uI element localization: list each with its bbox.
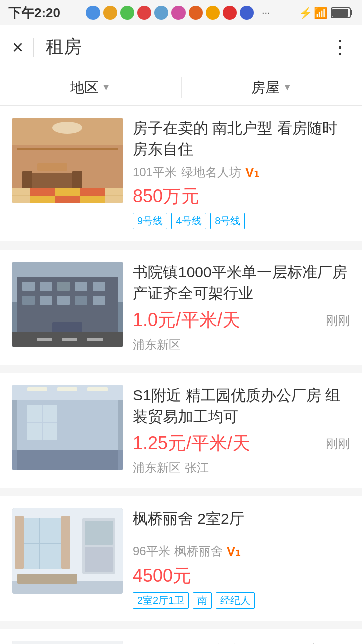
listing-price-row: 1.0元/平米/天 刚刚 (133, 308, 350, 333)
listing-location: 浦东新区 (133, 337, 350, 353)
svg-rect-50 (87, 338, 103, 341)
listing-tags: 9号线 4号线 8号线 (133, 213, 350, 229)
listing-card[interactable]: 枫桥丽舍 2室2厅 96平米 枫桥丽舍 V₁ 4500元 2室2厅1卫 南 经纪… (0, 496, 362, 629)
filter-region[interactable]: 地区 ▼ (0, 78, 181, 97)
filter-house-label: 房屋 (251, 78, 280, 97)
listing-price: 1.0元/平米/天 (133, 308, 240, 333)
listing-title: S1附近 精工园优质办公厂房 组装贸易加工均可 (133, 385, 350, 427)
svg-point-3 (137, 6, 151, 20)
svg-rect-48 (37, 338, 52, 341)
svg-rect-44 (75, 296, 87, 305)
svg-text:📶: 📶 (314, 6, 328, 20)
svg-point-18 (52, 122, 82, 134)
svg-rect-14 (350, 10, 352, 15)
listing-info: 书院镇1000平米单一层标准厂房产证齐全可架行业 1.0元/平米/天 刚刚 浦东… (133, 262, 350, 353)
listing-title: 人民广场 南京东路 天赐公寓 超值朝南 理想的选择 (133, 641, 350, 644)
filter-bar: 地区 ▼ 房屋 ▼ (0, 69, 362, 106)
close-button[interactable]: × (12, 38, 34, 57)
svg-rect-40 (93, 282, 105, 291)
status-bar: 下午2:20 ··· ⚡ 📶 (0, 0, 362, 25)
listing-price: 1.25元/平米/天 (133, 431, 250, 456)
svg-rect-37 (40, 282, 52, 291)
listing-image (12, 118, 123, 203)
svg-rect-28 (55, 188, 80, 196)
svg-rect-36 (22, 282, 35, 291)
svg-rect-43 (57, 296, 70, 305)
status-system-icons: ⚡ 📶 (299, 4, 354, 22)
listing-card[interactable]: 书院镇1000平米单一层标准厂房产证齐全可架行业 1.0元/平米/天 刚刚 浦东… (0, 250, 362, 373)
listing-title: 书院镇1000平米单一层标准厂房产证齐全可架行业 (133, 262, 350, 304)
svg-point-4 (154, 6, 168, 20)
status-app-icons: ··· (84, 4, 275, 22)
svg-rect-23 (37, 163, 67, 171)
svg-point-8 (223, 6, 237, 20)
svg-rect-30 (30, 196, 55, 203)
filter-region-arrow: ▼ (102, 82, 111, 93)
svg-rect-53 (27, 387, 47, 391)
v1-badge: V₁ (227, 544, 240, 559)
svg-rect-52 (12, 385, 123, 400)
svg-point-9 (240, 6, 254, 20)
svg-rect-19 (17, 148, 118, 150)
listing-info: 人民广场 南京东路 天赐公寓 超值朝南 理想的选择 75平米 天赐公寓 V₁ (133, 641, 350, 644)
listing-card[interactable]: 房子在卖的 南北户型 看房随时 房东自住 101平米 绿地名人坊 V₁ 850万… (0, 106, 362, 250)
listing-location: 浦东新区 张江 (133, 460, 350, 476)
tag-line4: 4号线 (171, 213, 206, 229)
listing-price-row: 1.25元/平米/天 刚刚 (133, 431, 350, 456)
svg-rect-68 (61, 516, 70, 569)
listing-image (12, 385, 123, 470)
svg-rect-42 (40, 296, 52, 305)
listing-price-row: 850万元 (133, 184, 350, 209)
svg-text:···: ··· (262, 7, 270, 18)
svg-point-6 (189, 6, 203, 20)
listing-price: 850万元 (133, 184, 199, 209)
svg-point-0 (86, 6, 100, 20)
tag-line9: 9号线 (133, 213, 167, 229)
filter-house-arrow: ▼ (283, 82, 292, 93)
page-title: 租房 (34, 35, 331, 59)
svg-point-2 (120, 6, 134, 20)
more-button[interactable]: ⋮ (331, 38, 350, 57)
listing-title: 房子在卖的 南北户型 看房随时 房东自住 (133, 118, 350, 160)
svg-rect-73 (17, 574, 77, 584)
svg-rect-32 (80, 196, 105, 203)
svg-point-5 (171, 6, 186, 20)
filter-house[interactable]: 房屋 ▼ (182, 78, 363, 97)
svg-rect-55 (87, 387, 108, 391)
svg-point-1 (103, 6, 117, 20)
svg-rect-15 (332, 9, 348, 17)
listing-time: 刚刚 (326, 312, 350, 329)
svg-rect-41 (22, 296, 35, 305)
svg-rect-54 (57, 387, 77, 391)
svg-rect-31 (55, 196, 80, 203)
tag-rooms: 2室2厅1卫 (133, 592, 189, 609)
svg-rect-62 (12, 450, 123, 470)
svg-text:⚡: ⚡ (299, 6, 313, 20)
tag-direction: 南 (193, 592, 212, 609)
svg-rect-74 (12, 641, 123, 644)
status-time: 下午2:20 (8, 4, 60, 22)
svg-rect-70 (85, 521, 113, 545)
listing-time: 刚刚 (326, 436, 350, 452)
svg-rect-27 (30, 188, 55, 196)
tag-agent: 经纪人 (216, 592, 255, 609)
listing-image (12, 508, 123, 594)
filter-region-label: 地区 (70, 78, 99, 97)
svg-point-7 (206, 6, 220, 20)
svg-rect-67 (15, 516, 24, 569)
v1-badge: V₁ (245, 165, 259, 180)
svg-rect-38 (57, 282, 70, 291)
listing-info: 枫桥丽舍 2室2厅 96平米 枫桥丽舍 V₁ 4500元 2室2厅1卫 南 经纪… (133, 508, 350, 609)
listing-price-row: 4500元 (133, 564, 350, 588)
header: × 租房 ⋮ (0, 25, 362, 69)
svg-rect-49 (62, 338, 77, 341)
listing-card[interactable]: S1附近 精工园优质办公厂房 组装贸易加工均可 1.25元/平米/天 刚刚 浦东… (0, 373, 362, 496)
listing-card[interactable]: 人民广场 南京东路 天赐公寓 超值朝南 理想的选择 75平米 天赐公寓 V₁ (0, 629, 362, 644)
listing-meta: 101平米 绿地名人坊 V₁ (133, 164, 350, 180)
listing-tags: 2室2厅1卫 南 经纪人 (133, 592, 350, 609)
listing-info: 房子在卖的 南北户型 看房随时 房东自住 101平米 绿地名人坊 V₁ 850万… (133, 118, 350, 229)
svg-rect-39 (75, 282, 87, 291)
listing-image (12, 262, 123, 347)
listing-info: S1附近 精工园优质办公厂房 组装贸易加工均可 1.25元/平米/天 刚刚 浦东… (133, 385, 350, 476)
tag-line8: 8号线 (210, 213, 245, 229)
